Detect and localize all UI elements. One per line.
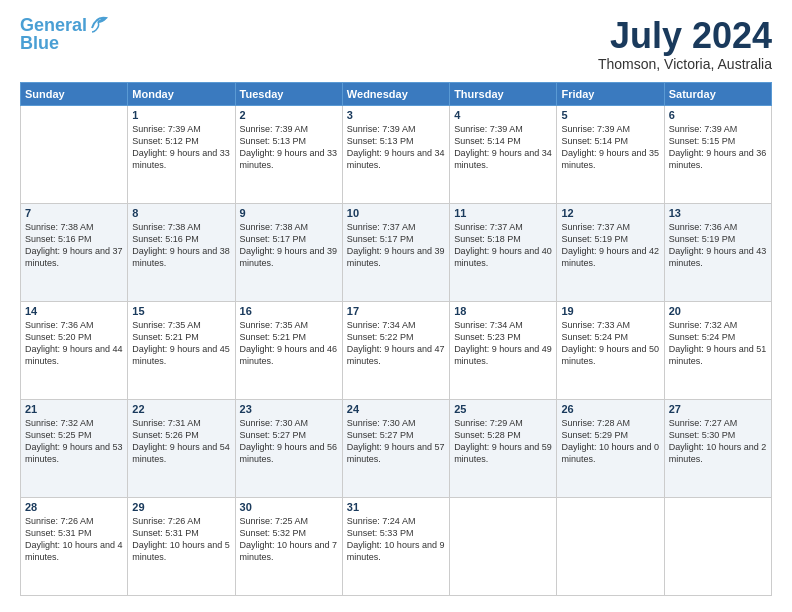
day-info: Sunrise: 7:37 AMSunset: 5:19 PMDaylight:… <box>561 221 659 270</box>
table-row: 6Sunrise: 7:39 AMSunset: 5:15 PMDaylight… <box>664 105 771 203</box>
day-number: 30 <box>240 501 338 513</box>
table-row: 5Sunrise: 7:39 AMSunset: 5:14 PMDaylight… <box>557 105 664 203</box>
calendar-subtitle: Thomson, Victoria, Australia <box>598 56 772 72</box>
day-info: Sunrise: 7:38 AMSunset: 5:16 PMDaylight:… <box>25 221 123 270</box>
day-number: 2 <box>240 109 338 121</box>
day-info: Sunrise: 7:39 AMSunset: 5:12 PMDaylight:… <box>132 123 230 172</box>
table-row: 1Sunrise: 7:39 AMSunset: 5:12 PMDaylight… <box>128 105 235 203</box>
day-number: 17 <box>347 305 445 317</box>
header-thursday: Thursday <box>450 82 557 105</box>
day-info: Sunrise: 7:25 AMSunset: 5:32 PMDaylight:… <box>240 515 338 564</box>
calendar-header: Sunday Monday Tuesday Wednesday Thursday… <box>21 82 772 105</box>
day-info: Sunrise: 7:39 AMSunset: 5:13 PMDaylight:… <box>347 123 445 172</box>
calendar-row: 14Sunrise: 7:36 AMSunset: 5:20 PMDayligh… <box>21 301 772 399</box>
table-row: 4Sunrise: 7:39 AMSunset: 5:14 PMDaylight… <box>450 105 557 203</box>
day-info: Sunrise: 7:39 AMSunset: 5:15 PMDaylight:… <box>669 123 767 172</box>
day-number: 19 <box>561 305 659 317</box>
day-number: 8 <box>132 207 230 219</box>
day-number: 29 <box>132 501 230 513</box>
table-row: 27Sunrise: 7:27 AMSunset: 5:30 PMDayligh… <box>664 399 771 497</box>
day-info: Sunrise: 7:26 AMSunset: 5:31 PMDaylight:… <box>132 515 230 564</box>
day-number: 10 <box>347 207 445 219</box>
day-number: 25 <box>454 403 552 415</box>
day-info: Sunrise: 7:39 AMSunset: 5:13 PMDaylight:… <box>240 123 338 172</box>
calendar-row: 28Sunrise: 7:26 AMSunset: 5:31 PMDayligh… <box>21 497 772 595</box>
table-row: 24Sunrise: 7:30 AMSunset: 5:27 PMDayligh… <box>342 399 449 497</box>
calendar-body: 1Sunrise: 7:39 AMSunset: 5:12 PMDaylight… <box>21 105 772 595</box>
day-number: 9 <box>240 207 338 219</box>
day-info: Sunrise: 7:32 AMSunset: 5:24 PMDaylight:… <box>669 319 767 368</box>
table-row: 19Sunrise: 7:33 AMSunset: 5:24 PMDayligh… <box>557 301 664 399</box>
calendar-table: Sunday Monday Tuesday Wednesday Thursday… <box>20 82 772 596</box>
table-row <box>450 497 557 595</box>
header-saturday: Saturday <box>664 82 771 105</box>
day-number: 22 <box>132 403 230 415</box>
day-info: Sunrise: 7:38 AMSunset: 5:17 PMDaylight:… <box>240 221 338 270</box>
day-number: 23 <box>240 403 338 415</box>
day-number: 3 <box>347 109 445 121</box>
day-info: Sunrise: 7:35 AMSunset: 5:21 PMDaylight:… <box>132 319 230 368</box>
table-row: 30Sunrise: 7:25 AMSunset: 5:32 PMDayligh… <box>235 497 342 595</box>
day-info: Sunrise: 7:38 AMSunset: 5:16 PMDaylight:… <box>132 221 230 270</box>
table-row: 9Sunrise: 7:38 AMSunset: 5:17 PMDaylight… <box>235 203 342 301</box>
logo: General Blue <box>20 16 110 54</box>
day-number: 27 <box>669 403 767 415</box>
day-info: Sunrise: 7:30 AMSunset: 5:27 PMDaylight:… <box>240 417 338 466</box>
calendar-row: 21Sunrise: 7:32 AMSunset: 5:25 PMDayligh… <box>21 399 772 497</box>
day-number: 31 <box>347 501 445 513</box>
table-row: 10Sunrise: 7:37 AMSunset: 5:17 PMDayligh… <box>342 203 449 301</box>
day-number: 28 <box>25 501 123 513</box>
table-row: 3Sunrise: 7:39 AMSunset: 5:13 PMDaylight… <box>342 105 449 203</box>
table-row: 17Sunrise: 7:34 AMSunset: 5:22 PMDayligh… <box>342 301 449 399</box>
header: General Blue July 2024 Thomson, Victoria… <box>20 16 772 72</box>
day-info: Sunrise: 7:28 AMSunset: 5:29 PMDaylight:… <box>561 417 659 466</box>
day-number: 13 <box>669 207 767 219</box>
table-row: 12Sunrise: 7:37 AMSunset: 5:19 PMDayligh… <box>557 203 664 301</box>
day-number: 14 <box>25 305 123 317</box>
table-row: 8Sunrise: 7:38 AMSunset: 5:16 PMDaylight… <box>128 203 235 301</box>
header-row: Sunday Monday Tuesday Wednesday Thursday… <box>21 82 772 105</box>
table-row: 25Sunrise: 7:29 AMSunset: 5:28 PMDayligh… <box>450 399 557 497</box>
day-info: Sunrise: 7:35 AMSunset: 5:21 PMDaylight:… <box>240 319 338 368</box>
day-info: Sunrise: 7:37 AMSunset: 5:18 PMDaylight:… <box>454 221 552 270</box>
table-row: 2Sunrise: 7:39 AMSunset: 5:13 PMDaylight… <box>235 105 342 203</box>
table-row <box>557 497 664 595</box>
table-row: 13Sunrise: 7:36 AMSunset: 5:19 PMDayligh… <box>664 203 771 301</box>
table-row: 23Sunrise: 7:30 AMSunset: 5:27 PMDayligh… <box>235 399 342 497</box>
logo-line1: General <box>20 15 87 35</box>
table-row: 28Sunrise: 7:26 AMSunset: 5:31 PMDayligh… <box>21 497 128 595</box>
day-info: Sunrise: 7:24 AMSunset: 5:33 PMDaylight:… <box>347 515 445 564</box>
day-info: Sunrise: 7:34 AMSunset: 5:23 PMDaylight:… <box>454 319 552 368</box>
table-row: 15Sunrise: 7:35 AMSunset: 5:21 PMDayligh… <box>128 301 235 399</box>
table-row: 26Sunrise: 7:28 AMSunset: 5:29 PMDayligh… <box>557 399 664 497</box>
day-info: Sunrise: 7:30 AMSunset: 5:27 PMDaylight:… <box>347 417 445 466</box>
day-info: Sunrise: 7:37 AMSunset: 5:17 PMDaylight:… <box>347 221 445 270</box>
calendar-row: 1Sunrise: 7:39 AMSunset: 5:12 PMDaylight… <box>21 105 772 203</box>
table-row <box>21 105 128 203</box>
calendar-row: 7Sunrise: 7:38 AMSunset: 5:16 PMDaylight… <box>21 203 772 301</box>
header-sunday: Sunday <box>21 82 128 105</box>
day-info: Sunrise: 7:27 AMSunset: 5:30 PMDaylight:… <box>669 417 767 466</box>
header-tuesday: Tuesday <box>235 82 342 105</box>
day-number: 15 <box>132 305 230 317</box>
table-row <box>664 497 771 595</box>
day-number: 4 <box>454 109 552 121</box>
day-number: 11 <box>454 207 552 219</box>
logo-bird-icon <box>88 14 110 34</box>
day-info: Sunrise: 7:29 AMSunset: 5:28 PMDaylight:… <box>454 417 552 466</box>
day-number: 20 <box>669 305 767 317</box>
logo-text2: Blue <box>20 34 59 54</box>
day-info: Sunrise: 7:36 AMSunset: 5:20 PMDaylight:… <box>25 319 123 368</box>
day-info: Sunrise: 7:39 AMSunset: 5:14 PMDaylight:… <box>454 123 552 172</box>
day-info: Sunrise: 7:34 AMSunset: 5:22 PMDaylight:… <box>347 319 445 368</box>
table-row: 20Sunrise: 7:32 AMSunset: 5:24 PMDayligh… <box>664 301 771 399</box>
day-info: Sunrise: 7:33 AMSunset: 5:24 PMDaylight:… <box>561 319 659 368</box>
table-row: 16Sunrise: 7:35 AMSunset: 5:21 PMDayligh… <box>235 301 342 399</box>
day-number: 5 <box>561 109 659 121</box>
day-number: 6 <box>669 109 767 121</box>
table-row: 29Sunrise: 7:26 AMSunset: 5:31 PMDayligh… <box>128 497 235 595</box>
day-info: Sunrise: 7:36 AMSunset: 5:19 PMDaylight:… <box>669 221 767 270</box>
day-number: 1 <box>132 109 230 121</box>
table-row: 21Sunrise: 7:32 AMSunset: 5:25 PMDayligh… <box>21 399 128 497</box>
day-number: 18 <box>454 305 552 317</box>
